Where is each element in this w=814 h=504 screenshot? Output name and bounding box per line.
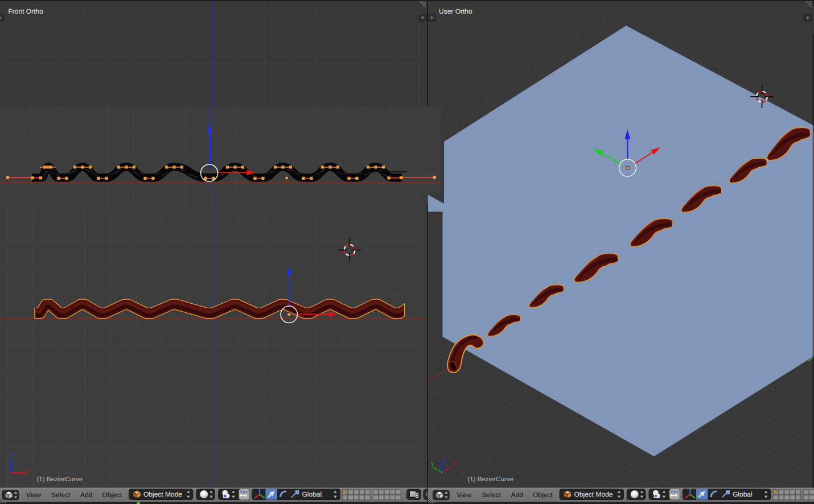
svg-text:Add: Add xyxy=(80,491,92,499)
svg-text:Front Ortho: Front Ortho xyxy=(9,7,44,15)
svg-text:z: z xyxy=(12,452,15,459)
svg-text:Select: Select xyxy=(482,491,501,499)
svg-text:z: z xyxy=(443,455,447,462)
svg-text:Add: Add xyxy=(511,491,523,499)
svg-text:Object: Object xyxy=(533,491,553,499)
svg-text:(1) BezierCurve: (1) BezierCurve xyxy=(37,476,83,483)
svg-text:Object: Object xyxy=(102,491,122,499)
svg-text:Object Mode: Object Mode xyxy=(574,490,613,498)
svg-text:(1) BezierCurve: (1) BezierCurve xyxy=(468,476,514,483)
svg-text:View: View xyxy=(457,491,472,499)
svg-text:x: x xyxy=(453,460,457,467)
svg-text:User Ortho: User Ortho xyxy=(439,7,472,15)
svg-text:x: x xyxy=(27,467,31,474)
svg-text:Global: Global xyxy=(733,490,753,498)
svg-text:y: y xyxy=(431,460,434,467)
svg-text:Global: Global xyxy=(302,490,322,498)
svg-text:View: View xyxy=(26,491,41,499)
svg-text:Select: Select xyxy=(51,491,71,499)
svg-text:Object Mode: Object Mode xyxy=(143,490,182,498)
